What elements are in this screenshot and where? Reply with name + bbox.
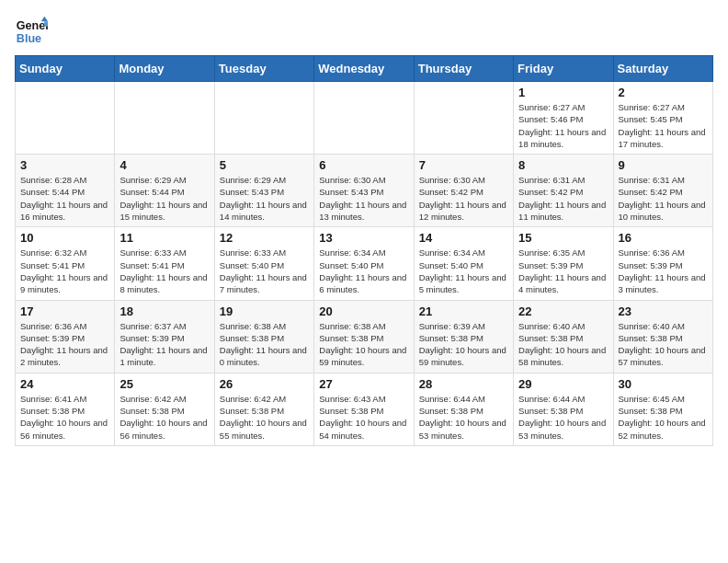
- day-info: Sunrise: 6:38 AM Sunset: 5:38 PM Dayligh…: [220, 320, 309, 369]
- column-header-monday: Monday: [115, 56, 214, 82]
- calendar-cell: 3Sunrise: 6:28 AM Sunset: 5:44 PM Daylig…: [16, 155, 115, 227]
- day-number: 24: [20, 377, 109, 391]
- day-number: 10: [20, 231, 109, 245]
- calendar-cell: [16, 82, 115, 155]
- day-info: Sunrise: 6:36 AM Sunset: 5:39 PM Dayligh…: [619, 247, 708, 295]
- day-info: Sunrise: 6:29 AM Sunset: 5:44 PM Dayligh…: [119, 174, 209, 223]
- day-number: 20: [319, 304, 408, 318]
- day-number: 2: [619, 86, 708, 99]
- day-info: Sunrise: 6:30 AM Sunset: 5:42 PM Dayligh…: [419, 174, 508, 223]
- day-number: 23: [619, 304, 708, 318]
- day-info: Sunrise: 6:44 AM Sunset: 5:38 PM Dayligh…: [518, 393, 608, 442]
- svg-text:Blue: Blue: [17, 32, 41, 45]
- day-number: 5: [220, 158, 309, 172]
- calendar-cell: [314, 82, 414, 155]
- calendar-cell: 18Sunrise: 6:37 AM Sunset: 5:39 PM Dayli…: [115, 300, 214, 373]
- day-info: Sunrise: 6:42 AM Sunset: 5:38 PM Dayligh…: [220, 393, 309, 442]
- day-info: Sunrise: 6:38 AM Sunset: 5:38 PM Dayligh…: [319, 320, 408, 369]
- day-info: Sunrise: 6:33 AM Sunset: 5:40 PM Dayligh…: [220, 247, 309, 295]
- day-info: Sunrise: 6:27 AM Sunset: 5:45 PM Dayligh…: [619, 101, 708, 150]
- column-header-friday: Friday: [514, 56, 613, 82]
- calendar-cell: 12Sunrise: 6:33 AM Sunset: 5:40 PM Dayli…: [214, 227, 313, 300]
- calendar-cell: 8Sunrise: 6:31 AM Sunset: 5:42 PM Daylig…: [514, 155, 613, 227]
- day-info: Sunrise: 6:30 AM Sunset: 5:43 PM Dayligh…: [319, 174, 408, 223]
- calendar-cell: 21Sunrise: 6:39 AM Sunset: 5:38 PM Dayli…: [414, 300, 513, 373]
- day-number: 1: [518, 86, 608, 99]
- calendar-cell: 11Sunrise: 6:33 AM Sunset: 5:41 PM Dayli…: [115, 227, 214, 300]
- day-number: 25: [119, 377, 209, 391]
- day-info: Sunrise: 6:33 AM Sunset: 5:41 PM Dayligh…: [119, 247, 209, 295]
- column-header-wednesday: Wednesday: [314, 56, 414, 82]
- calendar-cell: 14Sunrise: 6:34 AM Sunset: 5:40 PM Dayli…: [414, 227, 513, 300]
- calendar-cell: 26Sunrise: 6:42 AM Sunset: 5:38 PM Dayli…: [214, 373, 313, 445]
- calendar-cell: 2Sunrise: 6:27 AM Sunset: 5:45 PM Daylig…: [613, 82, 712, 155]
- day-info: Sunrise: 6:34 AM Sunset: 5:40 PM Dayligh…: [419, 247, 508, 295]
- day-info: Sunrise: 6:31 AM Sunset: 5:42 PM Dayligh…: [619, 174, 708, 223]
- calendar-week-row: 17Sunrise: 6:36 AM Sunset: 5:39 PM Dayli…: [16, 300, 713, 373]
- day-info: Sunrise: 6:44 AM Sunset: 5:38 PM Dayligh…: [419, 393, 508, 442]
- calendar-cell: 22Sunrise: 6:40 AM Sunset: 5:38 PM Dayli…: [514, 300, 613, 373]
- day-number: 3: [20, 158, 109, 172]
- calendar-cell: 29Sunrise: 6:44 AM Sunset: 5:38 PM Dayli…: [514, 373, 613, 445]
- calendar: SundayMondayTuesdayWednesdayThursdayFrid…: [15, 55, 713, 446]
- logo: General Blue: [15, 15, 51, 48]
- day-info: Sunrise: 6:42 AM Sunset: 5:38 PM Dayligh…: [119, 393, 209, 442]
- calendar-cell: [115, 82, 214, 155]
- day-info: Sunrise: 6:31 AM Sunset: 5:42 PM Dayligh…: [518, 174, 608, 223]
- day-info: Sunrise: 6:45 AM Sunset: 5:38 PM Dayligh…: [619, 393, 708, 442]
- calendar-cell: 5Sunrise: 6:29 AM Sunset: 5:43 PM Daylig…: [214, 155, 313, 227]
- day-info: Sunrise: 6:27 AM Sunset: 5:46 PM Dayligh…: [518, 101, 608, 150]
- day-number: 16: [619, 231, 708, 245]
- calendar-cell: 23Sunrise: 6:40 AM Sunset: 5:38 PM Dayli…: [613, 300, 712, 373]
- day-number: 19: [220, 304, 309, 318]
- day-number: 12: [220, 231, 309, 245]
- calendar-cell: 13Sunrise: 6:34 AM Sunset: 5:40 PM Dayli…: [314, 227, 414, 300]
- day-number: 28: [419, 377, 508, 391]
- day-number: 9: [619, 158, 708, 172]
- day-info: Sunrise: 6:41 AM Sunset: 5:38 PM Dayligh…: [20, 393, 109, 442]
- day-info: Sunrise: 6:43 AM Sunset: 5:38 PM Dayligh…: [319, 393, 408, 442]
- calendar-cell: 4Sunrise: 6:29 AM Sunset: 5:44 PM Daylig…: [115, 155, 214, 227]
- day-number: 21: [419, 304, 508, 318]
- day-number: 7: [419, 158, 508, 172]
- calendar-cell: [214, 82, 313, 155]
- day-info: Sunrise: 6:28 AM Sunset: 5:44 PM Dayligh…: [20, 174, 109, 223]
- page-header: General Blue: [15, 15, 713, 48]
- calendar-cell: 16Sunrise: 6:36 AM Sunset: 5:39 PM Dayli…: [613, 227, 712, 300]
- day-info: Sunrise: 6:35 AM Sunset: 5:39 PM Dayligh…: [518, 247, 608, 295]
- day-number: 15: [518, 231, 608, 245]
- calendar-week-row: 10Sunrise: 6:32 AM Sunset: 5:41 PM Dayli…: [16, 227, 713, 300]
- calendar-week-row: 3Sunrise: 6:28 AM Sunset: 5:44 PM Daylig…: [16, 155, 713, 227]
- calendar-week-row: 24Sunrise: 6:41 AM Sunset: 5:38 PM Dayli…: [16, 373, 713, 445]
- day-number: 8: [518, 158, 608, 172]
- calendar-cell: 19Sunrise: 6:38 AM Sunset: 5:38 PM Dayli…: [214, 300, 313, 373]
- day-number: 22: [518, 304, 608, 318]
- day-number: 14: [419, 231, 508, 245]
- calendar-cell: 1Sunrise: 6:27 AM Sunset: 5:46 PM Daylig…: [514, 82, 613, 155]
- calendar-cell: 20Sunrise: 6:38 AM Sunset: 5:38 PM Dayli…: [314, 300, 414, 373]
- day-number: 4: [119, 158, 209, 172]
- svg-text:General: General: [17, 19, 48, 32]
- day-info: Sunrise: 6:29 AM Sunset: 5:43 PM Dayligh…: [220, 174, 309, 223]
- calendar-cell: 28Sunrise: 6:44 AM Sunset: 5:38 PM Dayli…: [414, 373, 513, 445]
- day-info: Sunrise: 6:40 AM Sunset: 5:38 PM Dayligh…: [518, 320, 608, 369]
- column-header-thursday: Thursday: [414, 56, 513, 82]
- day-number: 29: [518, 377, 608, 391]
- calendar-cell: 27Sunrise: 6:43 AM Sunset: 5:38 PM Dayli…: [314, 373, 414, 445]
- calendar-cell: 24Sunrise: 6:41 AM Sunset: 5:38 PM Dayli…: [16, 373, 115, 445]
- calendar-header-row: SundayMondayTuesdayWednesdayThursdayFrid…: [16, 56, 713, 82]
- day-info: Sunrise: 6:39 AM Sunset: 5:38 PM Dayligh…: [419, 320, 508, 369]
- calendar-week-row: 1Sunrise: 6:27 AM Sunset: 5:46 PM Daylig…: [16, 82, 713, 155]
- calendar-cell: 6Sunrise: 6:30 AM Sunset: 5:43 PM Daylig…: [314, 155, 414, 227]
- day-number: 13: [319, 231, 408, 245]
- calendar-cell: 9Sunrise: 6:31 AM Sunset: 5:42 PM Daylig…: [613, 155, 712, 227]
- column-header-sunday: Sunday: [16, 56, 115, 82]
- day-info: Sunrise: 6:32 AM Sunset: 5:41 PM Dayligh…: [20, 247, 109, 295]
- calendar-cell: [414, 82, 513, 155]
- day-number: 18: [119, 304, 209, 318]
- day-number: 11: [119, 231, 209, 245]
- day-number: 30: [619, 377, 708, 391]
- day-number: 26: [220, 377, 309, 391]
- calendar-cell: 30Sunrise: 6:45 AM Sunset: 5:38 PM Dayli…: [613, 373, 712, 445]
- day-info: Sunrise: 6:34 AM Sunset: 5:40 PM Dayligh…: [319, 247, 408, 295]
